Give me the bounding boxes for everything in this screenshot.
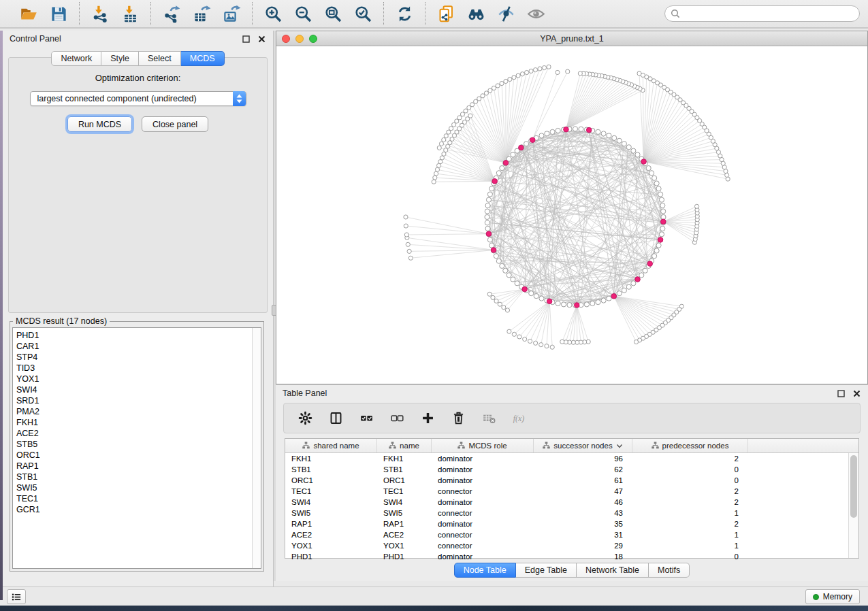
result-list-item[interactable]: SWI4 bbox=[16, 384, 252, 395]
tab-motifs[interactable]: Motifs bbox=[649, 563, 690, 578]
result-list-item[interactable]: SRD1 bbox=[16, 395, 252, 406]
tab-edge-table[interactable]: Edge Table bbox=[516, 563, 577, 578]
export-network-icon[interactable] bbox=[161, 3, 182, 24]
network-window-titlebar[interactable]: YPA_prune.txt_1 bbox=[276, 31, 867, 46]
status-menu-button[interactable] bbox=[7, 589, 26, 604]
add-row-icon[interactable] bbox=[419, 410, 436, 427]
column-header-shared-name[interactable]: shared name bbox=[285, 439, 377, 452]
table-header-row: shared name name MCDS role successor nod… bbox=[285, 439, 858, 453]
search-box bbox=[664, 5, 860, 22]
result-list-item[interactable]: ACE2 bbox=[16, 428, 252, 439]
open-file-icon[interactable] bbox=[18, 3, 39, 24]
optimization-select-value: largest connected component (undirected) bbox=[37, 94, 197, 103]
memory-button[interactable]: Memory bbox=[805, 589, 860, 604]
settings-gear-icon[interactable] bbox=[297, 410, 313, 427]
column-header-successor-nodes[interactable]: successor nodes bbox=[534, 439, 632, 452]
shared-column-icon bbox=[457, 442, 465, 450]
search-input[interactable] bbox=[664, 5, 860, 22]
table-row[interactable]: TEC1TEC1connector472 bbox=[285, 486, 858, 497]
node-table: shared name name MCDS role successor nod… bbox=[285, 438, 859, 559]
close-panel-icon[interactable] bbox=[257, 34, 266, 44]
zoom-out-icon[interactable] bbox=[293, 3, 313, 24]
result-list-item[interactable]: STP4 bbox=[16, 352, 252, 363]
network-window-title: YPA_prune.txt_1 bbox=[276, 34, 867, 44]
result-list-item[interactable]: SWI5 bbox=[16, 482, 252, 493]
table-scrollbar[interactable] bbox=[848, 453, 858, 558]
optimization-select[interactable]: largest connected component (undirected) bbox=[30, 91, 246, 106]
run-mcds-button[interactable]: Run MCDS bbox=[67, 116, 132, 132]
result-scrollbar[interactable] bbox=[252, 328, 261, 568]
tab-select[interactable]: Select bbox=[139, 51, 181, 66]
result-list-item[interactable]: RAP1 bbox=[16, 461, 252, 472]
table-row[interactable]: FKH1FKH1dominator962 bbox=[285, 453, 858, 464]
toolbar-group bbox=[79, 2, 150, 25]
screen: Control Panel NetworkStyleSelectMCDS Opt… bbox=[0, 0, 868, 611]
table-scrollbar-thumb[interactable] bbox=[850, 455, 857, 518]
table-row[interactable]: SWI5SWI5connector431 bbox=[285, 508, 858, 518]
network-canvas[interactable] bbox=[276, 46, 867, 384]
hide-graphics-details-icon[interactable] bbox=[496, 3, 516, 24]
result-list-item[interactable]: GCR1 bbox=[16, 504, 252, 515]
result-list-item[interactable]: PMA2 bbox=[16, 406, 252, 417]
result-list-item[interactable]: TID3 bbox=[16, 363, 252, 374]
table-row[interactable]: PHD1PHD1dominator180 bbox=[285, 551, 858, 562]
control-panel-header: Control Panel bbox=[3, 31, 273, 47]
result-list-item[interactable]: TEC1 bbox=[16, 493, 252, 504]
clone-network-icon[interactable] bbox=[436, 3, 456, 24]
shared-column-icon bbox=[543, 442, 550, 450]
toolbar-group bbox=[252, 2, 383, 25]
control-panel: Control Panel NetworkStyleSelectMCDS Opt… bbox=[3, 31, 274, 587]
network-graph[interactable] bbox=[276, 46, 867, 384]
table-row[interactable]: ACE2ACE2connector311 bbox=[285, 529, 858, 540]
tab-network[interactable]: Network bbox=[51, 51, 101, 66]
table-panel: Table Panel f(x) shared name name MCDS r… bbox=[276, 384, 868, 581]
float-panel-icon[interactable] bbox=[241, 34, 251, 44]
column-header-MCDS-role[interactable]: MCDS role bbox=[432, 439, 534, 452]
tab-node-table[interactable]: Node Table bbox=[454, 563, 516, 578]
result-list-item[interactable]: ORC1 bbox=[16, 450, 252, 461]
find-icon[interactable] bbox=[466, 3, 486, 24]
table-row[interactable]: RAP1RAP1dominator352 bbox=[285, 518, 858, 529]
tab-style[interactable]: Style bbox=[101, 51, 139, 66]
tab-mcds[interactable]: MCDS bbox=[181, 51, 225, 66]
table-panel-header: Table Panel bbox=[276, 385, 868, 401]
unselect-all-icon[interactable] bbox=[389, 410, 405, 427]
save-session-icon[interactable] bbox=[48, 3, 69, 24]
result-list-item[interactable]: STB5 bbox=[16, 439, 252, 450]
float-table-panel-icon[interactable] bbox=[836, 389, 846, 398]
show-graphics-details-icon[interactable] bbox=[526, 3, 546, 24]
main-toolbar bbox=[0, 0, 868, 29]
close-table-panel-icon[interactable] bbox=[852, 389, 861, 398]
toolbar-group bbox=[383, 2, 425, 25]
table-tabs: Node TableEdge TableNetwork TableMotifs bbox=[276, 563, 868, 578]
column-header-predecessor-nodes[interactable]: predecessor nodes bbox=[632, 439, 748, 452]
tab-network-table[interactable]: Network Table bbox=[577, 563, 649, 578]
table-row[interactable]: ORC1ORC1dominator610 bbox=[285, 475, 858, 486]
mcds-result-list[interactable]: PHD1CAR1STP4TID3YOX1SWI4SRD1PMA2FKH1ACE2… bbox=[13, 328, 252, 568]
delete-row-icon[interactable] bbox=[450, 410, 466, 427]
zoom-selected-icon[interactable] bbox=[353, 3, 373, 24]
import-table-icon[interactable] bbox=[120, 3, 140, 24]
table-row[interactable]: STB1STB1dominator620 bbox=[285, 464, 858, 475]
shared-column-icon bbox=[652, 442, 659, 450]
result-list-item[interactable]: CAR1 bbox=[16, 341, 252, 352]
export-table-icon[interactable] bbox=[191, 3, 212, 24]
table-row[interactable]: YOX1YOX1connector291 bbox=[285, 540, 858, 551]
column-header-name[interactable]: name bbox=[377, 439, 432, 452]
zoom-fit-icon[interactable] bbox=[323, 3, 343, 24]
show-columns-icon[interactable] bbox=[327, 410, 344, 427]
select-all-icon[interactable] bbox=[358, 410, 374, 427]
control-panel-title: Control Panel bbox=[10, 34, 61, 44]
sort-desc-icon bbox=[616, 442, 623, 450]
close-panel-button[interactable]: Close panel bbox=[142, 116, 208, 132]
refresh-network-icon[interactable] bbox=[394, 3, 415, 24]
result-list-item[interactable]: FKH1 bbox=[16, 417, 252, 428]
export-image-icon[interactable] bbox=[221, 3, 242, 24]
result-list-item[interactable]: STB1 bbox=[16, 472, 252, 482]
search-icon bbox=[671, 9, 680, 21]
result-list-item[interactable]: YOX1 bbox=[16, 374, 252, 384]
table-row[interactable]: SWI4SWI4dominator462 bbox=[285, 497, 858, 508]
zoom-in-icon[interactable] bbox=[263, 3, 283, 24]
result-list-item[interactable]: PHD1 bbox=[16, 330, 252, 341]
import-network-icon[interactable] bbox=[90, 3, 110, 24]
